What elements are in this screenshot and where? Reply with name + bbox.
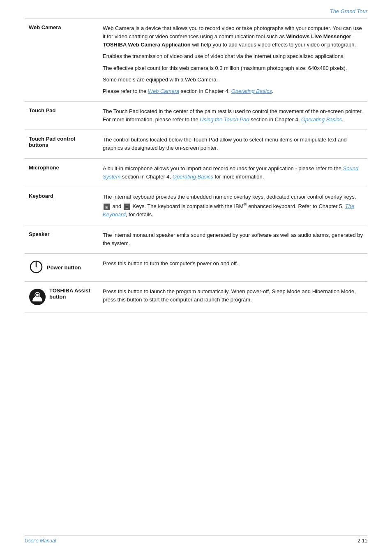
term-label: Microphone xyxy=(29,164,59,171)
desc-cell: The internal monaural speaker emits soun… xyxy=(95,225,367,253)
term-label: Touch Pad xyxy=(29,107,55,114)
desc-para: The control buttons located below the To… xyxy=(103,136,363,152)
term-cell-assist: TOSHIBA Assist button xyxy=(25,281,95,313)
term-label: Touch Pad control buttons xyxy=(29,136,75,148)
table-row: Speaker The internal monaural speaker em… xyxy=(25,225,367,253)
table-row: Web Camera Web Camera is a device that a… xyxy=(25,19,367,102)
term-cell-power: Power button xyxy=(25,253,95,281)
bold-text: TOSHIBA Web Camera Application xyxy=(103,42,191,48)
desc-para: The effective pixel count for this web c… xyxy=(103,64,363,72)
operating-basics-link2[interactable]: Operating Basics xyxy=(301,116,342,123)
desc-para: Press this button to launch the program … xyxy=(103,287,363,304)
desc-para: Some models are equipped with a Web Came… xyxy=(103,76,363,84)
web-camera-link[interactable]: Web Camera xyxy=(148,88,179,94)
desc-para: The internal keyboard provides the embed… xyxy=(103,193,363,219)
power-button-icon xyxy=(29,259,44,276)
svg-point-8 xyxy=(36,294,39,296)
table-row: Keyboard The internal keyboard provides … xyxy=(25,187,367,225)
desc-cell: Press this button to turn the computer's… xyxy=(95,253,367,281)
term-cell: Microphone xyxy=(25,158,95,187)
term-cell: Speaker xyxy=(25,225,95,253)
table-row: Power button Press this button to turn t… xyxy=(25,253,367,281)
term-cell: Keyboard xyxy=(25,187,95,225)
desc-para: Please refer to the Web Camera section i… xyxy=(103,87,363,95)
term-label: Web Camera xyxy=(29,24,61,30)
footer-right: 2-11 xyxy=(357,538,367,544)
page-container: The Grand Tour Web Camera Web Camera is … xyxy=(0,0,392,556)
table-row: Touch Pad The Touch Pad located in the c… xyxy=(25,101,367,130)
term-label: Power button xyxy=(47,264,81,271)
term-label: Speaker xyxy=(29,231,50,237)
bold-text: Windows Live Messenger xyxy=(286,33,351,39)
windows-key-icon: ⊞ xyxy=(104,204,110,210)
term-label: TOSHIBA Assist button xyxy=(49,287,90,300)
assist-button-icon xyxy=(29,288,46,307)
desc-cell: Web Camera is a device that allows you t… xyxy=(95,19,367,102)
table-row: TOSHIBA Assist button Press this button … xyxy=(25,281,367,313)
desc-cell: A built-in microphone allows you to impo… xyxy=(95,158,367,187)
touch-pad-link[interactable]: Using the Touch Pad xyxy=(200,116,249,123)
assist-icon xyxy=(29,288,46,306)
term-cell: Touch Pad control buttons xyxy=(25,130,95,158)
desc-para: Press this button to turn the computer's… xyxy=(103,259,363,268)
operating-basics-link3[interactable]: Operating Basics xyxy=(173,174,213,180)
footer-left: User's Manual xyxy=(25,538,56,544)
svg-rect-9 xyxy=(32,299,42,301)
table-row: Touch Pad control buttons The control bu… xyxy=(25,130,367,158)
sound-system-link[interactable]: Sound System xyxy=(103,165,358,180)
desc-para: Web Camera is a device that allows you t… xyxy=(103,24,363,49)
content-table: Web Camera Web Camera is a device that a… xyxy=(25,18,367,313)
table-row: Microphone A built-in microphone allows … xyxy=(25,158,367,187)
term-label: Keyboard xyxy=(29,193,53,199)
desc-cell: The control buttons located below the To… xyxy=(95,130,367,158)
desc-para: The internal monaural speaker emits soun… xyxy=(103,231,363,248)
header: The Grand Tour xyxy=(25,8,367,18)
desc-para: Enables the transmission of video and us… xyxy=(103,52,363,60)
power-icon xyxy=(29,259,44,274)
svg-text:☰: ☰ xyxy=(125,205,129,209)
term-cell: Touch Pad xyxy=(25,101,95,130)
term-cell: Web Camera xyxy=(25,19,95,102)
operating-basics-link[interactable]: Operating Basics xyxy=(231,88,272,94)
desc-para: The Touch Pad located in the center of t… xyxy=(103,107,363,124)
desc-cell: The internal keyboard provides the embed… xyxy=(95,187,367,225)
header-title: The Grand Tour xyxy=(330,8,367,14)
keyboard-link[interactable]: The Keyboard xyxy=(103,203,354,218)
svg-text:⊞: ⊞ xyxy=(105,205,108,209)
desc-para: A built-in microphone allows you to impo… xyxy=(103,164,363,181)
app-key-icon: ☰ xyxy=(124,204,130,210)
desc-cell: The Touch Pad located in the center of t… xyxy=(95,101,367,130)
footer: User's Manual 2-11 xyxy=(25,535,367,544)
desc-cell: Press this button to launch the program … xyxy=(95,281,367,313)
